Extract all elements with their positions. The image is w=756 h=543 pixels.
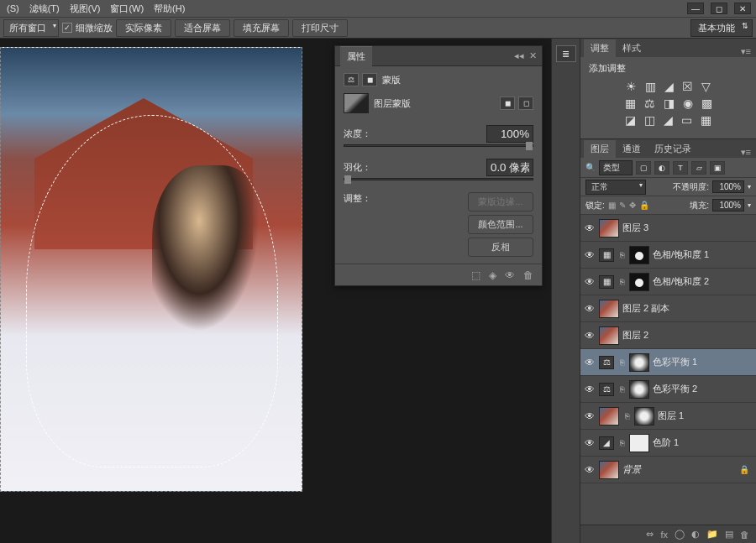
layer-name-label[interactable]: 图层 3 — [622, 222, 753, 234]
filter-adjust-icon[interactable]: ◐ — [654, 161, 669, 175]
properties-header[interactable]: 属性 ◂◂ ✕ — [335, 46, 542, 66]
layer-mask-thumbnail[interactable] — [634, 407, 654, 426]
threshold-icon[interactable]: ◢ — [664, 113, 673, 127]
posterize-icon[interactable]: ◫ — [644, 113, 655, 127]
tab-layers[interactable]: 图层 — [584, 140, 616, 158]
brightness-icon[interactable]: ☀ — [626, 80, 637, 93]
close-button[interactable]: ✕ — [734, 3, 751, 14]
color-range-button[interactable]: 颜色范围... — [468, 215, 533, 234]
gradient-map-icon[interactable]: ▭ — [681, 113, 692, 127]
layer-name-label[interactable]: 图层 1 — [658, 410, 753, 422]
maximize-button[interactable]: ◻ — [711, 3, 727, 14]
layer-thumbnail[interactable] — [599, 461, 619, 479]
layer-row[interactable]: 👁⚖⎘色彩平衡 1 — [580, 349, 756, 376]
layer-row[interactable]: 👁图层 2 — [580, 322, 756, 349]
lock-position-icon[interactable]: ✥ — [629, 201, 636, 210]
layer-name-label[interactable]: 图层 2 副本 — [622, 302, 753, 315]
menu-s[interactable]: (S) — [2, 2, 24, 15]
layer-mask-thumbnail[interactable] — [629, 380, 649, 399]
layer-row[interactable]: 👁⎘图层 1 — [580, 403, 756, 430]
selective-color-icon[interactable]: ▦ — [701, 113, 711, 127]
layer-mask-thumbnail[interactable] — [629, 434, 649, 452]
layer-name-label[interactable]: 背景 — [622, 463, 736, 476]
menu-window[interactable]: 窗口(W) — [105, 1, 149, 17]
visibility-icon[interactable]: 👁 — [584, 330, 596, 342]
opacity-chevron-icon[interactable]: ▾ — [748, 183, 751, 191]
link-layers-icon[interactable]: ⇔ — [646, 529, 654, 540]
visibility-icon[interactable]: 👁 — [584, 357, 596, 368]
layer-row[interactable]: 👁图层 3 — [580, 215, 756, 242]
scrubby-zoom-checkbox[interactable]: ✓ 细微缩放 — [62, 22, 113, 34]
exposure-icon[interactable]: ☒ — [682, 80, 693, 93]
lock-paint-icon[interactable]: ✎ — [619, 201, 626, 210]
lock-transparency-icon[interactable]: ▦ — [608, 201, 616, 210]
delete-layer-icon[interactable]: 🗑 — [740, 530, 749, 540]
layer-name-label[interactable]: 色相/饱和度 2 — [653, 275, 753, 288]
menu-help[interactable]: 帮助(H) — [149, 1, 190, 17]
hue-icon[interactable]: ▦ — [625, 97, 636, 110]
filter-search-icon[interactable]: 🔍 — [585, 163, 596, 172]
layer-row[interactable]: 👁⚖⎘色彩平衡 2 — [580, 376, 756, 403]
apply-mask-icon[interactable]: ◈ — [489, 269, 496, 281]
opacity-input[interactable]: 100% — [712, 180, 744, 193]
visibility-icon[interactable]: 👁 — [584, 276, 596, 288]
visibility-icon[interactable]: 👁 — [584, 437, 596, 449]
disable-mask-icon[interactable]: 👁 — [505, 269, 515, 281]
density-slider[interactable] — [344, 144, 533, 147]
new-layer-icon[interactable]: ▤ — [725, 529, 733, 540]
balance-icon[interactable]: ⚖ — [644, 97, 655, 110]
invert-button[interactable]: 反相 — [468, 238, 533, 257]
density-input[interactable] — [486, 125, 533, 143]
fx-icon[interactable]: fx — [660, 530, 668, 540]
layers-list[interactable]: 👁图层 3👁▦⎘色相/饱和度 1👁▦⎘色相/饱和度 2👁图层 2 副本👁图层 2… — [580, 215, 756, 525]
new-group-icon[interactable]: 📁 — [706, 529, 718, 540]
pixel-mask-icon[interactable]: ◼ — [500, 97, 515, 110]
balance-adj-icon[interactable]: ⚖ — [344, 73, 359, 86]
curves-icon[interactable]: ◢ — [664, 80, 674, 93]
layer-thumbnail[interactable] — [599, 219, 619, 238]
filter-shape-icon[interactable]: ▱ — [691, 161, 706, 175]
layer-name-label[interactable]: 色相/饱和度 1 — [653, 248, 753, 261]
fit-screen-button[interactable]: 适合屏幕 — [175, 19, 230, 37]
layer-row[interactable]: 👁图层 2 副本 — [580, 295, 756, 322]
actual-pixels-button[interactable]: 实际像素 — [116, 19, 171, 37]
vibrance-icon[interactable]: ▽ — [701, 80, 711, 93]
fill-chevron-icon[interactable]: ▾ — [748, 201, 751, 209]
blend-mode-select[interactable]: 正常 — [585, 180, 646, 195]
panel-menu-icon[interactable]: ▾≡ — [736, 46, 756, 57]
add-mask-icon[interactable]: ◯ — [675, 529, 685, 540]
channel-mixer-icon[interactable]: ▩ — [701, 97, 712, 110]
fill-input[interactable]: 100% — [712, 199, 744, 211]
mask-thumbnail[interactable] — [344, 93, 369, 113]
layer-row[interactable]: 👁▦⎘色相/饱和度 2 — [580, 269, 756, 295]
visibility-icon[interactable]: 👁 — [584, 410, 596, 422]
filter-type-icon[interactable]: T — [673, 161, 688, 175]
filter-pixel-icon[interactable]: ▢ — [636, 161, 651, 175]
load-selection-icon[interactable]: ⬚ — [471, 269, 480, 281]
vector-mask-icon[interactable]: ◻ — [518, 97, 533, 110]
lock-all-icon[interactable]: 🔒 — [639, 201, 649, 210]
layer-name-label[interactable]: 图层 2 — [622, 329, 753, 342]
print-size-button[interactable]: 打印尺寸 — [292, 19, 348, 37]
visibility-icon[interactable]: 👁 — [584, 249, 596, 261]
mask-edge-button[interactable]: 蒙版边缘... — [468, 192, 533, 211]
delete-mask-icon[interactable]: 🗑 — [523, 269, 533, 281]
layer-name-label[interactable]: 色彩平衡 2 — [653, 383, 753, 395]
menu-view[interactable]: 视图(V) — [65, 1, 106, 17]
tab-adjustments[interactable]: 调整 — [584, 39, 616, 57]
filter-smart-icon[interactable]: ▣ — [710, 161, 725, 175]
layer-thumbnail[interactable] — [599, 326, 619, 345]
layer-thumbnail[interactable] — [599, 300, 619, 318]
visibility-icon[interactable]: 👁 — [584, 464, 596, 476]
tab-history[interactable]: 历史记录 — [648, 140, 698, 158]
layer-name-label[interactable]: 色阶 1 — [653, 436, 753, 449]
photo-filter-icon[interactable]: ◉ — [683, 97, 693, 110]
collapse-icon[interactable]: ◂◂ — [514, 50, 524, 61]
layer-name-label[interactable]: 色彩平衡 1 — [653, 356, 753, 368]
tab-channels[interactable]: 通道 — [616, 140, 648, 158]
tab-styles[interactable]: 样式 — [616, 39, 648, 57]
layer-mask-thumbnail[interactable] — [629, 353, 649, 372]
feather-input[interactable] — [486, 159, 533, 176]
properties-tab[interactable]: 属性 — [340, 46, 372, 66]
all-windows-dropdown[interactable]: 所有窗口 — [3, 19, 59, 37]
